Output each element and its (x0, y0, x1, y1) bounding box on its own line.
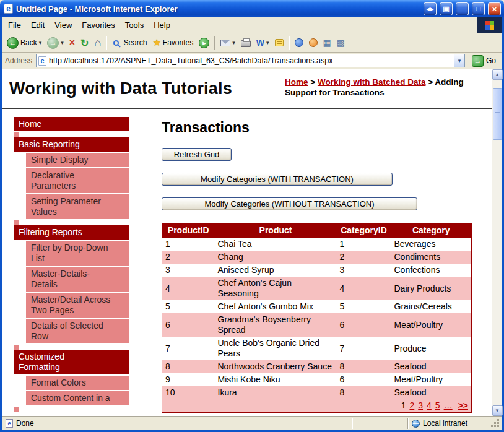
titlebar-screen-button[interactable]: ▣ (440, 2, 453, 15)
sidebar-item-label: Filter by Drop-Down List (31, 243, 113, 264)
minimize-button[interactable]: _ (456, 2, 469, 15)
menu-item-view[interactable]: View (50, 19, 77, 32)
stop-icon: × (69, 37, 75, 48)
back-dropdown-icon[interactable]: ▾ (39, 40, 42, 46)
table-cell: Seafood (391, 386, 472, 399)
grid-header-categoryid: CategoryID (337, 223, 391, 238)
titlebar[interactable]: e Untitled Page - Microsoft Internet Exp… (0, 0, 504, 17)
home-button[interactable]: ⌂ (92, 35, 104, 51)
menu-item-file[interactable]: File (3, 19, 26, 32)
table-cell: 10 (162, 386, 215, 399)
toolbar-separator (289, 36, 290, 50)
edit-button[interactable]: W ▾ (254, 35, 272, 51)
sidebar-item-details-of-selected-row[interactable]: Details of Selected Row (26, 319, 129, 343)
sidebar-nav: HomeBasic ReportingSimple DisplayDeclara… (14, 117, 129, 413)
address-bar: Address e ▾ → Go (2, 53, 502, 69)
status-page-icon: e (6, 419, 13, 428)
sidebar-item-setting-parameter-values[interactable]: Setting Parameter Values (26, 194, 129, 219)
discuss-icon (275, 39, 284, 46)
sidebar-section-filtering-reports[interactable]: Filtering Reports (14, 225, 129, 240)
menu-item-tools[interactable]: Tools (120, 19, 149, 32)
table-row: 6Grandma's Boysenberry Spread6Meat/Poult… (162, 313, 472, 337)
menu-item-favorites[interactable]: Favorites (77, 19, 119, 32)
address-input[interactable] (49, 56, 454, 65)
search-button[interactable]: Search (110, 35, 149, 51)
sidebar-section-basic-reporting[interactable]: Basic Reporting (14, 137, 129, 152)
sidebar-item-format-colors[interactable]: Format Colors (26, 376, 129, 390)
refresh-grid-button[interactable]: Refresh Grid (162, 148, 232, 161)
pager-next-page[interactable]: >> (458, 400, 468, 411)
mail-button[interactable]: ▾ (218, 35, 238, 51)
home-icon: ⌂ (95, 37, 102, 50)
pager-page-5[interactable]: 5 (435, 400, 440, 411)
grid-dotted-tool-button[interactable]: ▩ (334, 35, 347, 51)
scroll-up-button[interactable]: ▲ (492, 69, 503, 80)
pager-page-2[interactable]: 2 (409, 400, 414, 411)
pager-page-4[interactable]: 4 (427, 400, 432, 411)
print-icon (241, 40, 251, 47)
maximize-button[interactable]: □ (472, 2, 485, 15)
stop-button[interactable]: × (67, 35, 77, 51)
sidebar-notch (14, 220, 129, 225)
back-button[interactable]: ← Back ▾ (4, 35, 44, 51)
print-button[interactable] (238, 35, 253, 51)
sidebar-item-master-details-details[interactable]: Master-Details-Details (26, 267, 129, 292)
favorites-button[interactable]: ★ Favorites (150, 35, 196, 51)
modify-without-transaction-button[interactable]: Modify Categories (WITHOUT TRANSACTION) (162, 197, 417, 210)
address-dropdown-button[interactable]: ▾ (454, 54, 464, 67)
sidebar-item-declarative-parameters[interactable]: Declarative Parameters (26, 168, 129, 193)
table-row: 10Ikura8Seafood (162, 386, 472, 399)
media-button[interactable]: ▸ (196, 35, 212, 51)
forward-button[interactable]: → ▾ (45, 35, 66, 51)
forward-dropdown-icon[interactable]: ▾ (61, 40, 64, 46)
breadcrumb-link-home[interactable]: Home (285, 77, 308, 87)
sidebar-item-label: Details of Selected Row (31, 321, 113, 342)
refresh-button[interactable]: ↻ (78, 35, 91, 51)
site-header: Working with Data Tutorials Home > Worki… (2, 69, 492, 109)
breadcrumb-link-working-with-batched-data[interactable]: Working with Batched Data (318, 77, 426, 87)
research-button[interactable] (306, 35, 320, 51)
status-pane-empty (352, 418, 407, 429)
edit-dropdown-icon[interactable]: ▾ (266, 40, 269, 46)
table-cell: 1 (162, 238, 215, 251)
address-input-box[interactable]: e ▾ (36, 54, 465, 67)
table-cell: 8 (337, 386, 391, 399)
back-label: Back (20, 38, 37, 47)
window-frame: FileEditViewFavoritesToolsHelp ← Back ▾ … (0, 17, 504, 432)
sidebar-item-custom-content-in-a[interactable]: Custom Content in a (26, 391, 129, 405)
discuss-button[interactable] (272, 35, 286, 51)
table-cell: 1 (337, 238, 391, 251)
forward-icon: → (47, 37, 59, 49)
mail-dropdown-icon[interactable]: ▾ (232, 40, 235, 46)
mail-icon (220, 40, 230, 46)
grid-tool-button[interactable]: ▦ (321, 35, 334, 51)
sidebar-item-label: Simple Display (31, 155, 89, 165)
menu-bar: FileEditViewFavoritesToolsHelp (2, 17, 502, 33)
messenger-button[interactable] (292, 35, 306, 51)
scrollbar-thumb[interactable] (493, 88, 502, 140)
close-button[interactable]: × (488, 2, 501, 15)
table-cell: Confections (391, 264, 472, 277)
table-row: 3Aniseed Syrup3Confections (162, 264, 472, 277)
pager-ellipsis[interactable]: … (444, 400, 453, 411)
sidebar-item-simple-display[interactable]: Simple Display (26, 153, 129, 167)
sidebar-section-label: Filtering Reports (19, 227, 82, 238)
pager-page-3[interactable]: 3 (418, 400, 423, 411)
menu-item-edit[interactable]: Edit (26, 19, 50, 32)
sidebar-section-home[interactable]: Home (14, 117, 129, 131)
media-icon: ▸ (199, 38, 209, 48)
resize-grip[interactable] (491, 418, 501, 429)
sidebar-item-master-detail-across-two-pages[interactable]: Master/Detail Across Two Pages (26, 293, 129, 318)
scroll-down-button[interactable]: ▼ (492, 405, 503, 416)
page-favicon: e (38, 56, 46, 66)
modify-with-transaction-button[interactable]: Modify Categories (WITH TRANSACTION) (162, 173, 393, 186)
sidebar-section-label: Home (19, 119, 41, 129)
table-row: 2Chang2Condiments (162, 251, 472, 264)
menu-item-help[interactable]: Help (149, 19, 175, 32)
vertical-scrollbar[interactable]: ▲ ▼ (492, 69, 502, 416)
sidebar-item-label: Custom Content in a (31, 393, 110, 404)
go-button[interactable]: → Go (469, 55, 499, 67)
sidebar-section-customized-formatting[interactable]: Customized Formatting (14, 350, 129, 374)
titlebar-nav-button[interactable]: ◂▸ (424, 2, 437, 15)
sidebar-item-filter-by-drop-down-list[interactable]: Filter by Drop-Down List (26, 241, 129, 266)
